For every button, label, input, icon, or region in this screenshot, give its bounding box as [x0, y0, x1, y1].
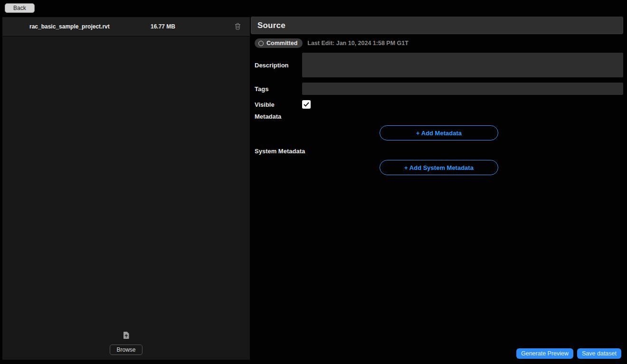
source-header: Source [251, 17, 623, 34]
visible-label: Visible [255, 101, 302, 108]
save-dataset-button[interactable]: Save dataset [577, 348, 621, 359]
source-form: Description Tags Visible Metadata + [255, 53, 623, 175]
system-metadata-label: System Metadata [255, 148, 623, 155]
tags-row: Tags [255, 83, 623, 95]
add-system-metadata-button[interactable]: + Add System Metadata [380, 160, 498, 175]
description-textarea[interactable] [302, 53, 623, 77]
status-badge: Committed [255, 38, 303, 48]
add-metadata-row: + Add Metadata [255, 125, 623, 140]
add-metadata-button[interactable]: + Add Metadata [380, 125, 498, 140]
upload-file-icon [123, 331, 130, 341]
add-system-metadata-row: + Add System Metadata [255, 160, 623, 175]
browse-button[interactable]: Browse [110, 345, 142, 355]
visible-row: Visible [255, 100, 623, 109]
metadata-label: Metadata [255, 113, 623, 120]
generate-preview-button[interactable]: Generate Preview [516, 348, 573, 359]
panel-title: Source [257, 21, 285, 30]
footer-actions: Generate Preview Save dataset [516, 348, 621, 359]
file-name: rac_basic_sample_project.rvt [29, 17, 110, 36]
back-button[interactable]: Back [5, 3, 35, 13]
trash-icon [235, 24, 241, 31]
description-row: Description [255, 53, 623, 77]
tags-input[interactable] [302, 83, 623, 95]
file-list-item[interactable]: rac_basic_sample_project.rvt 16.77 MB [2, 17, 250, 37]
status-row: Committed Last Edit: Jan 10, 2024 1:58 P… [255, 38, 623, 48]
delete-file-button[interactable] [234, 23, 241, 30]
description-label: Description [255, 62, 302, 69]
file-panel: rac_basic_sample_project.rvt 16.77 MB Br… [2, 17, 250, 360]
tags-label: Tags [255, 85, 302, 93]
visible-checkbox[interactable] [302, 100, 311, 109]
status-label: Committed [266, 40, 297, 47]
checkmark-icon [304, 100, 309, 109]
last-edit-text: Last Edit: Jan 10, 2024 1:58 PM G1T [307, 40, 408, 47]
status-circle-icon [258, 41, 264, 46]
source-panel: Source Committed Last Edit: Jan 10, 2024… [251, 17, 623, 360]
file-size: 16.77 MB [151, 17, 175, 36]
browse-area: Browse [2, 331, 250, 355]
